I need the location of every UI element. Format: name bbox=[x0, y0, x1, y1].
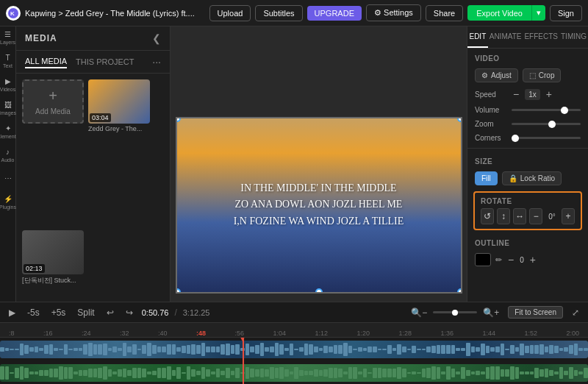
media-item-2[interactable]: 02:13 bbox=[22, 230, 84, 274]
rotate-label: ROTATE bbox=[478, 196, 578, 207]
play-button[interactable]: ▶ bbox=[6, 306, 18, 319]
lyrics-line-2: ZO ANA DOWL AON JOZL HEEL ME bbox=[234, 197, 404, 213]
export-button[interactable]: Export Video bbox=[467, 5, 531, 21]
ruler-mark-7: 1:04 bbox=[273, 330, 286, 337]
corners-label: Corners bbox=[475, 134, 507, 142]
subtitles-button[interactable]: Subtitles bbox=[255, 5, 302, 21]
rotate-ccw-button[interactable]: ↺ bbox=[481, 208, 494, 224]
rotate-value: 0° bbox=[545, 208, 559, 224]
tab-animate[interactable]: ANIMATE bbox=[488, 26, 523, 48]
rotate-section: ROTATE ↺ ↕ ↔ − 0° + bbox=[473, 191, 582, 230]
sidebar-item-videos[interactable]: ▶ Videos bbox=[1, 78, 15, 91]
export-dropdown-button[interactable]: ▾ bbox=[531, 5, 545, 21]
sidebar-item-more[interactable]: ⋯ bbox=[1, 172, 15, 185]
upgrade-button[interactable]: UPGRADE bbox=[307, 6, 362, 21]
split-button[interactable]: Split bbox=[74, 306, 97, 319]
add-media-button[interactable]: + Add Media bbox=[22, 79, 84, 124]
video-section-label: VIDEO bbox=[467, 49, 588, 65]
rotate-buttons: ↺ ↕ ↔ − 0° + bbox=[478, 207, 578, 226]
ruler-mark-10: 1:28 bbox=[398, 330, 412, 337]
video-controls-row: ⚙ Adjust ⬚ Crop bbox=[467, 65, 588, 85]
crop-button[interactable]: ⬚ Crop bbox=[523, 68, 562, 82]
sidebar-item-plugins[interactable]: ⚡ Plugins bbox=[1, 196, 15, 209]
redo-button[interactable]: ↪ bbox=[123, 306, 136, 319]
adjust-button[interactable]: ⚙ Adjust bbox=[475, 68, 518, 82]
fit-screen-button[interactable]: Fit to Screen bbox=[508, 306, 563, 319]
timeline: ▶ -5s +5s Split ↩ ↪ 0:50.76 / 3:12.25 🔍−… bbox=[0, 302, 588, 384]
timeline-zoom-out-button[interactable]: 🔍− bbox=[408, 306, 430, 319]
settings-button[interactable]: ⚙ Settings bbox=[366, 4, 421, 21]
media-title-1: Zedd Grey - The... bbox=[88, 125, 150, 132]
breadcrumb: Kapwing > Zedd Grey - The Middle (Lyrics… bbox=[25, 9, 205, 18]
share-button[interactable]: Share bbox=[426, 5, 463, 21]
outline-value: 0 bbox=[520, 256, 524, 264]
ruler-mark-11: 1:36 bbox=[440, 330, 453, 337]
handle-bottom-right[interactable] bbox=[457, 288, 462, 294]
media-panel-collapse[interactable]: ❮ bbox=[152, 32, 161, 44]
handle-bottom-center[interactable] bbox=[315, 288, 323, 294]
flip-vertical-button[interactable]: ↕ bbox=[497, 208, 510, 224]
canvas[interactable]: IN THE MIDDLE' IN THE MIDDLE ZO ANA DOWL… bbox=[176, 117, 462, 294]
sidebar-item-audio[interactable]: ♪ Audio bbox=[1, 149, 15, 162]
speed-plus-button[interactable]: + bbox=[545, 88, 553, 100]
size-section-label: SIZE bbox=[467, 152, 588, 168]
handle-bottom-left[interactable] bbox=[176, 288, 181, 294]
undo-button[interactable]: ↩ bbox=[104, 306, 117, 319]
corners-slider[interactable] bbox=[512, 137, 581, 139]
upload-button[interactable]: Upload bbox=[209, 5, 251, 21]
total-time: 3:12.25 bbox=[183, 308, 210, 317]
track-2[interactable] bbox=[0, 361, 588, 384]
speed-minus-button[interactable]: − bbox=[512, 88, 520, 100]
adjust-icon: ⚙ bbox=[481, 71, 488, 79]
fill-button[interactable]: Fill bbox=[475, 171, 498, 185]
plus5-button[interactable]: +5s bbox=[49, 306, 69, 319]
zoom-slider[interactable] bbox=[512, 123, 581, 125]
ruler-mark-4: :40 bbox=[158, 330, 168, 337]
tab-edit[interactable]: EDIT bbox=[467, 26, 488, 48]
media-item-1[interactable]: 03:04 bbox=[88, 79, 150, 124]
eyedropper-icon[interactable]: ✏ bbox=[495, 255, 502, 265]
speed-value: 1x bbox=[525, 89, 540, 100]
sidebar-item-elements[interactable]: ✦ Elements bbox=[1, 125, 15, 138]
zoom-controls: 🔍− 🔍+ bbox=[408, 306, 502, 319]
sidebar-item-images[interactable]: 🖼 Images bbox=[1, 102, 15, 115]
speed-label: Speed bbox=[475, 90, 507, 99]
sidebar-item-layers[interactable]: ☰ Layers bbox=[1, 31, 15, 44]
media-badge-1: 03:04 bbox=[90, 113, 111, 122]
track-1[interactable] bbox=[0, 338, 588, 361]
rotate-minus-button[interactable]: − bbox=[529, 208, 542, 224]
outline-plus-button[interactable]: + bbox=[528, 254, 537, 266]
timeline-zoom-slider[interactable] bbox=[433, 311, 477, 313]
ruler-mark-6: :56 bbox=[234, 330, 244, 337]
timeline-zoom-in-button[interactable]: 🔍+ bbox=[480, 306, 502, 319]
ruler-mark-3: :32 bbox=[120, 330, 129, 337]
zoom-slider-container bbox=[512, 123, 581, 125]
rotate-plus-button[interactable]: + bbox=[562, 208, 575, 224]
flip-horizontal-button[interactable]: ↔ bbox=[513, 208, 526, 224]
expand-button[interactable]: ⤢ bbox=[569, 306, 582, 319]
minus5-button[interactable]: -5s bbox=[24, 306, 43, 319]
volume-row: Volume bbox=[467, 103, 588, 117]
ruler-mark-9: 1:20 bbox=[356, 330, 370, 337]
lock-ratio-button[interactable]: 🔒 Lock Ratio bbox=[502, 171, 562, 185]
outline-color-swatch[interactable] bbox=[475, 253, 491, 266]
tab-timing[interactable]: TIMING bbox=[559, 26, 588, 48]
volume-slider-container bbox=[512, 109, 581, 111]
tab-effects[interactable]: EFFECTS bbox=[523, 26, 559, 48]
outline-minus-button[interactable]: − bbox=[506, 254, 515, 266]
media-more-btn[interactable]: ··· bbox=[152, 56, 161, 68]
sidebar-item-text[interactable]: T Text bbox=[1, 54, 15, 68]
canvas-text-overlay: IN THE MIDDLE' IN THE MIDDLE ZO ANA DOWL… bbox=[234, 180, 404, 230]
corners-row: Corners bbox=[467, 131, 588, 145]
ruler-mark-2: :24 bbox=[82, 330, 91, 337]
tab-this-project[interactable]: THIS PROJECT bbox=[76, 56, 134, 68]
zoom-row: Zoom bbox=[467, 117, 588, 131]
size-buttons: Fill 🔒 Lock Ratio bbox=[467, 168, 588, 188]
volume-slider[interactable] bbox=[512, 109, 581, 111]
ruler-mark-1: :16 bbox=[43, 330, 53, 337]
sign-button[interactable]: Sign bbox=[550, 5, 582, 21]
adjust-label: Adjust bbox=[491, 71, 512, 79]
media-badge-2: 02:13 bbox=[24, 264, 45, 273]
lock-icon: 🔒 bbox=[509, 174, 517, 182]
tab-all-media[interactable]: ALL MEDIA bbox=[25, 55, 67, 68]
